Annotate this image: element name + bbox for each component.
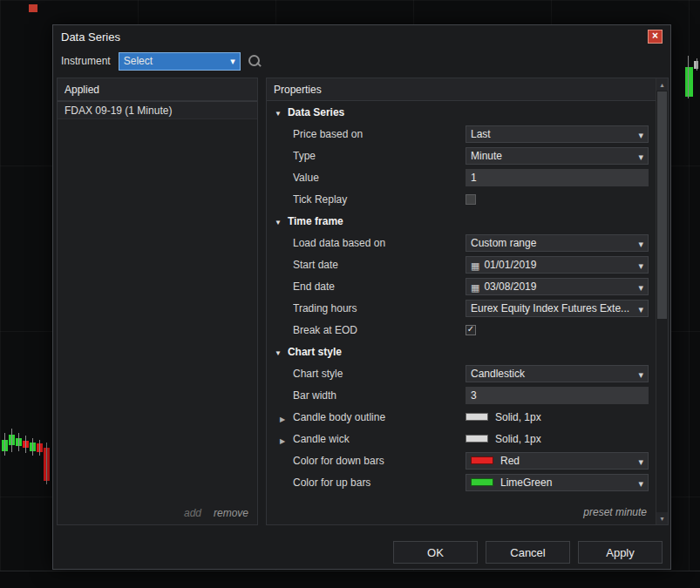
- date-value: 03/08/2019: [484, 280, 638, 293]
- chart-marker: [29, 4, 37, 12]
- section-time-frame[interactable]: Time frame: [267, 210, 656, 232]
- collapse-triangle-icon: [275, 213, 282, 228]
- ok-button[interactable]: OK: [393, 541, 478, 564]
- remove-link[interactable]: remove: [214, 507, 248, 519]
- property-label: Bar width: [293, 389, 466, 402]
- color-for-up-bars-dropdown[interactable]: LimeGreen: [466, 474, 649, 491]
- dropdown-value: LimeGreen: [500, 476, 638, 489]
- scrollbar-thumb[interactable]: [657, 91, 667, 319]
- instrument-label: Instrument: [61, 55, 111, 67]
- close-button[interactable]: [648, 30, 663, 44]
- row-color-for-up-bars: Color for up bars LimeGreen: [267, 471, 656, 493]
- candlestick: [30, 443, 36, 451]
- value-input[interactable]: [466, 169, 649, 186]
- candlestick: [9, 435, 15, 445]
- break-at-eod-checkbox[interactable]: ✓: [466, 325, 476, 335]
- collapse-triangle-icon: [275, 343, 282, 359]
- dropdown-value: Custom range: [471, 237, 638, 249]
- applied-header: Applied: [58, 78, 257, 101]
- property-label: Tick Replay: [293, 193, 466, 206]
- chart-background: Data Series Instrument Select Applied FD…: [0, 0, 700, 588]
- instrument-select-dropdown[interactable]: Select: [119, 52, 241, 71]
- chevron-down-icon: [638, 366, 643, 382]
- chevron-down-icon: [638, 235, 643, 251]
- color-for-down-bars-dropdown[interactable]: Red: [466, 452, 649, 470]
- cancel-button[interactable]: Cancel: [486, 541, 570, 564]
- chart-style-dropdown[interactable]: Candlestick: [466, 365, 649, 382]
- section-data-series[interactable]: Data Series: [267, 101, 656, 123]
- properties-header: Properties: [267, 78, 656, 101]
- expand-arrow-icon[interactable]: [280, 409, 293, 425]
- tick-replay-checkbox[interactable]: [466, 194, 476, 205]
- properties-panel: Properties Data Series Price based on La…: [266, 78, 669, 525]
- applied-footer: add remove: [58, 502, 257, 524]
- check-mark: ✓: [467, 325, 474, 334]
- applied-list-item[interactable]: FDAX 09-19 (1 Minute): [58, 101, 257, 119]
- candlestick: [44, 448, 50, 481]
- chevron-down-icon: [638, 301, 643, 316]
- scroll-down-arrow[interactable]: [656, 512, 668, 524]
- row-value: Value: [267, 166, 656, 188]
- load-data-based-on-dropdown[interactable]: Custom range: [466, 234, 649, 252]
- dropdown-value: Eurex Equity Index Futures Exte...: [471, 302, 638, 314]
- apply-button[interactable]: Apply: [578, 541, 663, 564]
- candlestick: [37, 443, 43, 452]
- color-swatch: [471, 478, 493, 486]
- chevron-down-icon: [638, 257, 643, 273]
- row-type: Type Minute: [267, 145, 656, 166]
- chevron-down-icon: [638, 148, 643, 164]
- scroll-up-arrow[interactable]: [656, 78, 668, 91]
- row-load-data-based-on: Load data based on Custom range: [267, 232, 656, 253]
- properties-header-label: Properties: [274, 84, 322, 96]
- line-color-swatch: [466, 435, 488, 443]
- property-label: Trading hours: [293, 302, 466, 314]
- line-style-value: Solid, 1px: [495, 411, 541, 423]
- properties-scrollbar[interactable]: [656, 78, 668, 524]
- start-date-picker[interactable]: 01/01/2019: [466, 256, 649, 274]
- row-candle-wick: Candle wick Solid, 1px: [267, 428, 656, 449]
- status-bar: [0, 571, 700, 588]
- applied-panel: Applied FDAX 09-19 (1 Minute) add remove: [57, 78, 258, 525]
- end-date-picker[interactable]: 03/08/2019: [466, 278, 649, 295]
- property-label: Load data based on: [293, 237, 466, 249]
- type-dropdown[interactable]: Minute: [466, 147, 649, 165]
- dialog-titlebar[interactable]: Data Series: [53, 25, 670, 48]
- section-label: Data Series: [288, 106, 344, 118]
- property-label: Type: [293, 150, 466, 162]
- property-label: Value: [293, 172, 466, 184]
- property-label: Candle wick: [293, 433, 466, 445]
- instrument-row: Instrument Select: [53, 48, 670, 74]
- line-style-value: Solid, 1px: [495, 433, 541, 445]
- search-icon[interactable]: [248, 54, 262, 69]
- section-label: Chart style: [288, 346, 342, 358]
- preset-link[interactable]: preset minute: [267, 506, 656, 524]
- property-label: Candle body outline: [293, 411, 466, 423]
- add-link[interactable]: add: [184, 507, 201, 519]
- applied-header-label: Applied: [65, 84, 99, 96]
- properties-main: Properties Data Series Price based on La…: [267, 78, 656, 524]
- row-end-date: End date 03/08/2019: [267, 275, 656, 297]
- chevron-down-icon: [230, 55, 235, 67]
- calendar-icon: [471, 279, 479, 294]
- bar-width-input[interactable]: [466, 387, 649, 404]
- color-swatch: [471, 456, 493, 464]
- collapse-triangle-icon: [275, 104, 282, 119]
- dropdown-value: Red: [500, 455, 638, 467]
- candlestick: [2, 440, 8, 451]
- scrollbar-track[interactable]: [656, 91, 668, 512]
- data-series-dialog: Data Series Instrument Select Applied FD…: [52, 24, 671, 570]
- property-label: Start date: [293, 259, 466, 271]
- row-start-date: Start date 01/01/2019: [267, 253, 656, 275]
- chevron-down-icon: [638, 453, 643, 469]
- price-based-on-dropdown[interactable]: Last: [466, 125, 649, 143]
- section-chart-style[interactable]: Chart style: [267, 341, 656, 362]
- candlestick: [16, 438, 22, 446]
- row-trading-hours: Trading hours Eurex Equity Index Futures…: [267, 297, 656, 319]
- row-bar-width: Bar width: [267, 384, 656, 406]
- trading-hours-dropdown[interactable]: Eurex Equity Index Futures Exte...: [466, 300, 649, 317]
- row-tick-replay: Tick Replay: [267, 188, 656, 210]
- dialog-buttons: OK Cancel Apply: [393, 541, 663, 564]
- property-label: Color for up bars: [293, 476, 466, 489]
- expand-arrow-icon[interactable]: [280, 431, 293, 447]
- dropdown-value: Candlestick: [471, 368, 638, 380]
